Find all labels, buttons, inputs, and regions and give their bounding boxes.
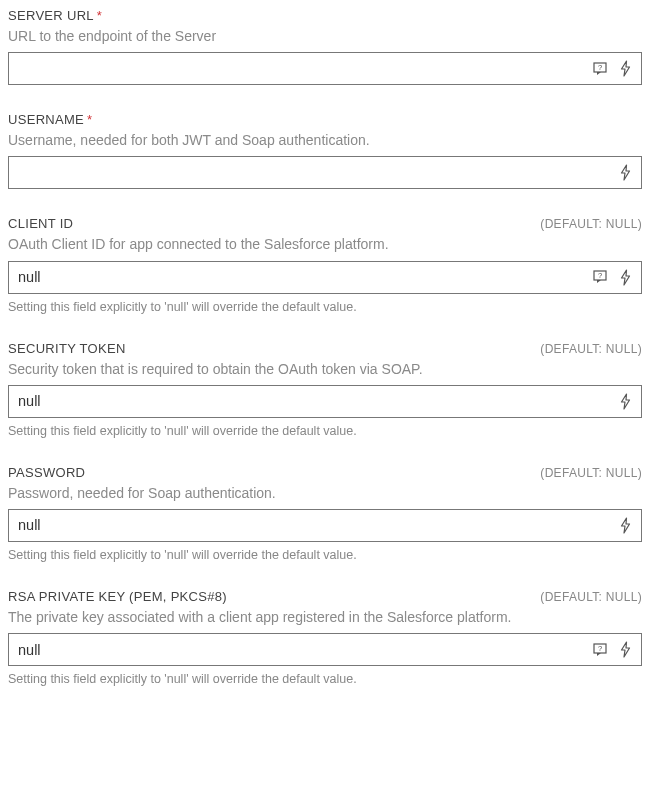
input-icons: ? bbox=[592, 268, 641, 286]
field-group: SERVER URL*URL to the endpoint of the Se… bbox=[8, 8, 642, 85]
field-group: CLIENT ID(DEFAULT: NULL)OAuth Client ID … bbox=[8, 216, 642, 313]
field-description: OAuth Client ID for app connected to the… bbox=[8, 235, 642, 253]
field-description: Security token that is required to obtai… bbox=[8, 360, 642, 378]
svg-text:?: ? bbox=[597, 643, 601, 652]
bolt-icon[interactable] bbox=[616, 392, 634, 410]
field-label: SERVER URL* bbox=[8, 8, 102, 23]
field-note: Setting this field explicitly to 'null' … bbox=[8, 672, 642, 686]
required-asterisk: * bbox=[87, 112, 92, 127]
bolt-icon[interactable] bbox=[616, 164, 634, 182]
svg-text:?: ? bbox=[597, 62, 601, 71]
field-description: Password, needed for Soap authentication… bbox=[8, 484, 642, 502]
help-icon[interactable]: ? bbox=[592, 60, 610, 78]
field-input[interactable] bbox=[9, 634, 592, 665]
field-label: SECURITY TOKEN bbox=[8, 341, 126, 356]
field-header: SECURITY TOKEN(DEFAULT: NULL) bbox=[8, 341, 642, 356]
field-group: PASSWORD(DEFAULT: NULL)Password, needed … bbox=[8, 465, 642, 562]
input-icons bbox=[616, 164, 641, 182]
field-description: The private key associated with a client… bbox=[8, 608, 642, 626]
input-icons bbox=[616, 516, 641, 534]
field-group: SECURITY TOKEN(DEFAULT: NULL)Security to… bbox=[8, 341, 642, 438]
input-icons bbox=[616, 392, 641, 410]
input-wrapper: ? bbox=[8, 633, 642, 666]
field-note: Setting this field explicitly to 'null' … bbox=[8, 300, 642, 314]
field-input[interactable] bbox=[9, 53, 592, 84]
field-label: PASSWORD bbox=[8, 465, 85, 480]
default-label: (DEFAULT: NULL) bbox=[540, 590, 642, 604]
default-label: (DEFAULT: NULL) bbox=[540, 466, 642, 480]
required-asterisk: * bbox=[97, 8, 102, 23]
svg-text:?: ? bbox=[597, 271, 601, 280]
bolt-icon[interactable] bbox=[616, 268, 634, 286]
field-description: URL to the endpoint of the Server bbox=[8, 27, 642, 45]
input-wrapper bbox=[8, 385, 642, 418]
field-header: RSA PRIVATE KEY (PEM, PKCS#8)(DEFAULT: N… bbox=[8, 589, 642, 604]
field-header: PASSWORD(DEFAULT: NULL) bbox=[8, 465, 642, 480]
field-note: Setting this field explicitly to 'null' … bbox=[8, 424, 642, 438]
input-wrapper: ? bbox=[8, 52, 642, 85]
field-input[interactable] bbox=[9, 510, 616, 541]
field-label: RSA PRIVATE KEY (PEM, PKCS#8) bbox=[8, 589, 227, 604]
help-icon[interactable]: ? bbox=[592, 268, 610, 286]
help-icon[interactable]: ? bbox=[592, 641, 610, 659]
input-icons: ? bbox=[592, 60, 641, 78]
input-wrapper bbox=[8, 509, 642, 542]
field-header: USERNAME* bbox=[8, 112, 642, 127]
field-group: RSA PRIVATE KEY (PEM, PKCS#8)(DEFAULT: N… bbox=[8, 589, 642, 686]
field-input[interactable] bbox=[9, 157, 616, 188]
default-label: (DEFAULT: NULL) bbox=[540, 217, 642, 231]
field-note: Setting this field explicitly to 'null' … bbox=[8, 548, 642, 562]
bolt-icon[interactable] bbox=[616, 60, 634, 78]
field-header: SERVER URL* bbox=[8, 8, 642, 23]
field-label: CLIENT ID bbox=[8, 216, 73, 231]
bolt-icon[interactable] bbox=[616, 641, 634, 659]
input-icons: ? bbox=[592, 641, 641, 659]
input-wrapper: ? bbox=[8, 261, 642, 294]
field-input[interactable] bbox=[9, 386, 616, 417]
field-description: Username, needed for both JWT and Soap a… bbox=[8, 131, 642, 149]
input-wrapper bbox=[8, 156, 642, 189]
default-label: (DEFAULT: NULL) bbox=[540, 342, 642, 356]
field-header: CLIENT ID(DEFAULT: NULL) bbox=[8, 216, 642, 231]
field-group: USERNAME*Username, needed for both JWT a… bbox=[8, 112, 642, 189]
field-label: USERNAME* bbox=[8, 112, 92, 127]
field-input[interactable] bbox=[9, 262, 592, 293]
bolt-icon[interactable] bbox=[616, 516, 634, 534]
